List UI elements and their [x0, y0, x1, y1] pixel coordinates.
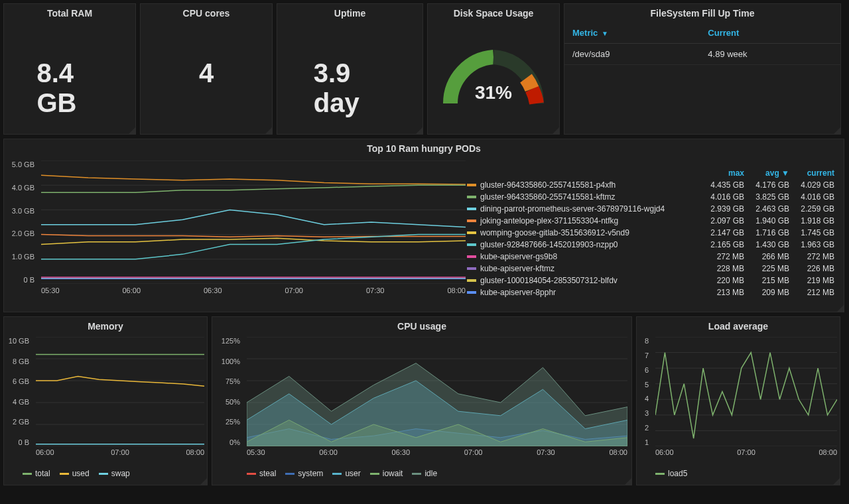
legend-item[interactable]: load5	[655, 469, 687, 478]
pods-legend: max avg ▼ current gluster-964335860-2557…	[467, 168, 838, 298]
panel-cpu-usage[interactable]: CPU usage 0%25%50%75%100%125% 05:3006:00…	[212, 316, 632, 485]
legend-row[interactable]: gluster-1000184054-2853507312-blfdv220 M…	[467, 275, 838, 286]
resize-handle-icon[interactable]	[200, 478, 207, 485]
panel-title: Load average	[637, 317, 840, 332]
legend-item[interactable]: user	[332, 469, 360, 478]
panel-title: FileSystem Fill Up Time	[564, 4, 840, 19]
stat-title: Disk Space Usage	[454, 4, 534, 19]
resize-handle-icon[interactable]	[265, 127, 272, 134]
stat-title: CPU cores	[183, 4, 230, 19]
stat-title: Uptime	[334, 4, 365, 19]
table-row[interactable]: /dev/sda94.89 week	[564, 44, 840, 65]
resize-handle-icon[interactable]	[837, 305, 844, 312]
panel-load-avg[interactable]: Load average 12345678 06:0007:0008:00 lo…	[636, 316, 840, 485]
stat-cpu-cores[interactable]: CPU cores 4	[140, 3, 273, 135]
legend-row[interactable]: kube-apiserver-gs9b8272 MB266 MB272 MB	[467, 251, 838, 263]
legend-item[interactable]: used	[60, 469, 90, 478]
panel-title: CPU usage	[212, 317, 631, 332]
panel-title: Top 10 Ram hungry PODs	[4, 139, 844, 154]
legend-item[interactable]: total	[23, 469, 50, 478]
sort-desc-icon: ▼	[602, 30, 608, 37]
legend-item[interactable]: iowait	[370, 469, 403, 478]
panel-title: Memory	[4, 317, 207, 332]
stat-uptime[interactable]: Uptime 3.9 day	[277, 3, 423, 135]
legend-item[interactable]: system	[285, 469, 323, 478]
gauge-value: 31%	[475, 82, 512, 103]
stat-value: 8.4 GB	[37, 58, 103, 118]
legend-item[interactable]: idle	[412, 469, 437, 478]
resize-handle-icon[interactable]	[833, 478, 840, 485]
col-metric[interactable]: Metric ▼	[564, 23, 700, 44]
panel-fillup-time[interactable]: FileSystem Fill Up Time Metric ▼ Current…	[564, 3, 841, 135]
sort-desc-icon: ▼	[781, 168, 789, 178]
stat-title: Total RAM	[47, 4, 92, 19]
legend-row[interactable]: joking-antelope-plex-3711553304-ntfkg2.0…	[467, 215, 838, 227]
legend-row[interactable]: gluster-964335860-2557415581-p4xfh4.435 …	[467, 179, 838, 191]
legend-row[interactable]: kube-apiserver-8pphr213 MB209 MB212 MB	[467, 286, 838, 298]
panel-top-pods[interactable]: Top 10 Ram hungry PODs 0 B1.0 GB2.0 GB3.…	[3, 139, 844, 312]
legend-item[interactable]: swap	[99, 469, 130, 478]
stat-disk-usage[interactable]: Disk Space Usage 31%	[427, 3, 560, 135]
resize-handle-icon[interactable]	[625, 478, 631, 485]
legend-row[interactable]: kube-apiserver-kftmz228 MB225 MB226 MB	[467, 263, 838, 275]
stat-total-ram[interactable]: Total RAM 8.4 GB	[3, 3, 136, 135]
resize-handle-icon[interactable]	[416, 127, 423, 134]
legend-row[interactable]: dining-parrot-prometheus-server-36789791…	[467, 203, 838, 215]
resize-handle-icon[interactable]	[553, 127, 559, 134]
stat-value: 4	[199, 58, 214, 88]
col-current[interactable]: Current	[700, 23, 840, 44]
resize-handle-icon[interactable]	[834, 127, 840, 134]
resize-handle-icon[interactable]	[129, 127, 135, 134]
legend-row[interactable]: womping-goose-gitlab-3515636912-v5nd92.1…	[467, 227, 838, 239]
legend-row[interactable]: gluster-928487666-1452019903-nzpp02.165 …	[467, 239, 838, 251]
legend-item[interactable]: steal	[247, 469, 276, 478]
stat-value: 3.9 day	[314, 58, 387, 118]
legend-row[interactable]: gluster-964335860-2557415581-kftmz4.016 …	[467, 191, 838, 203]
fillup-table: Metric ▼ Current /dev/sda94.89 week	[564, 23, 840, 65]
panel-memory[interactable]: Memory 0 B2 GB4 GB6 GB8 GB10 GB 06:0007:…	[3, 316, 208, 485]
